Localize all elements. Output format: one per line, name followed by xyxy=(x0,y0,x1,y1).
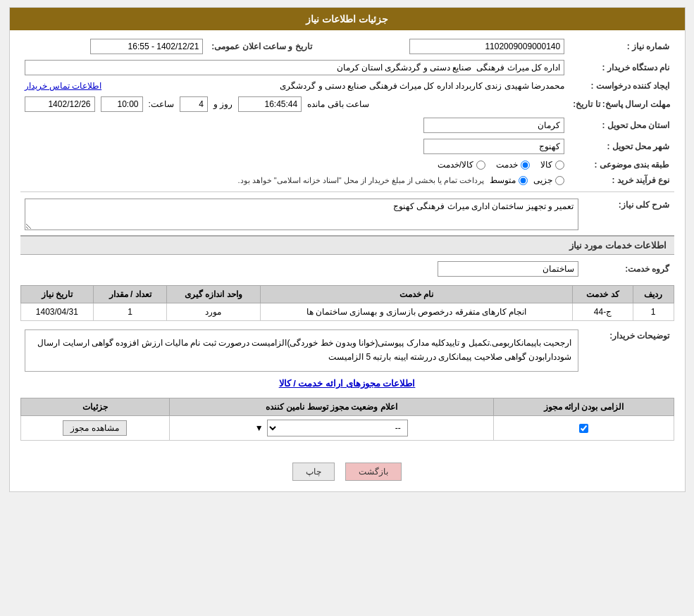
response-remaining-input[interactable] xyxy=(238,96,302,112)
col-code: کد خدمت xyxy=(573,286,633,303)
response-remaining-label: ساعت باقی مانده xyxy=(307,99,369,109)
date-value xyxy=(20,36,208,57)
response-time-label: ساعت: xyxy=(149,99,174,109)
list-item: -- ▼ مشاهده مجوز xyxy=(20,416,674,441)
response-days-label: روز و xyxy=(213,99,233,109)
col-date: تاریخ نیاز xyxy=(20,286,94,303)
process-motavaset-radio[interactable] xyxy=(519,176,528,185)
bottom-buttons: بازگشت چاپ xyxy=(10,452,685,491)
cell-qty: 1 xyxy=(94,303,167,321)
notes-box: ارجحیت باپیمانکاربومی.تکمیل و تاییدکلیه … xyxy=(25,329,578,372)
service-group-label: گروه خدمت: xyxy=(583,258,674,279)
city-value xyxy=(20,136,569,157)
response-deadline-row: ساعت باقی مانده روز و ساعت: xyxy=(20,94,569,115)
page-title: جزئیات اطلاعات نیاز xyxy=(306,13,388,25)
need-desc-value xyxy=(20,196,583,235)
info-table: شماره نیاز : تاریخ و ساعت اعلان عمومی: ن… xyxy=(20,36,674,188)
cell-unit: مورد xyxy=(166,303,260,321)
service-group-value xyxy=(20,258,583,279)
buyer-input[interactable] xyxy=(25,60,565,75)
permit-col-details: جزئیات xyxy=(20,398,169,416)
main-section: شماره نیاز : تاریخ و ساعت اعلان عمومی: ن… xyxy=(10,30,685,452)
creator-value: محمدرضا شهیدی زندی کاربرداد اداره کل میر… xyxy=(107,81,564,91)
cell-name: انجام کارهای متفرقه درخصوص بازسازی و بهس… xyxy=(260,303,573,321)
services-table: ردیف کد خدمت نام خدمت واحد اندازه گیری ت… xyxy=(20,285,674,321)
date-label: تاریخ و ساعت اعلان عمومی: xyxy=(207,36,316,57)
divider-1 xyxy=(20,191,674,192)
page-header: جزئیات اطلاعات نیاز xyxy=(10,8,685,30)
province-value xyxy=(20,115,569,136)
category-label: طبقه بندی موضوعی : xyxy=(569,157,674,172)
permit-status: -- ▼ xyxy=(169,416,493,441)
cell-date: 1403/04/31 xyxy=(20,303,94,321)
category-khedmat[interactable]: خدمت xyxy=(496,160,530,170)
category-row: کالا خدمت کالا/خدمت xyxy=(20,157,569,172)
category-kala-khedmat[interactable]: کالا/خدمت xyxy=(438,160,485,170)
contact-link[interactable]: اطلاعات تماس خریدار xyxy=(25,81,102,91)
need-desc-label: شرح کلی نیاز: xyxy=(583,196,674,235)
response-days-input[interactable] xyxy=(180,96,208,112)
process-label: نوع فرآیند خرید : xyxy=(569,172,674,188)
category-kala-khedmat-radio[interactable] xyxy=(476,161,485,170)
permit-col-required: الزامی بودن ارائه مجوز xyxy=(493,398,674,416)
notes-label: توضیحات خریدار: xyxy=(583,327,674,375)
city-input[interactable] xyxy=(423,139,564,154)
col-row: ردیف xyxy=(633,286,674,303)
province-input[interactable] xyxy=(423,118,564,133)
page-container: جزئیات اطلاعات نیاز شماره نیاز : تاریخ و… xyxy=(9,7,686,492)
category-kala[interactable]: کالا xyxy=(540,160,564,170)
need-number-value xyxy=(316,36,569,57)
need-desc-table: شرح کلی نیاز: xyxy=(20,196,674,235)
table-row: 1 ج-44 انجام کارهای متفرقه درخصوص بازساز… xyxy=(20,303,674,321)
category-khedmat-radio[interactable] xyxy=(521,161,530,170)
province-label: استان محل تحویل : xyxy=(569,115,674,136)
process-jazii-radio[interactable] xyxy=(555,176,564,185)
notes-table: توضیحات خریدار: ارجحیت باپیمانکاربومی.تک… xyxy=(20,327,674,375)
services-section-title: اطلاعات خدمات مورد نیاز xyxy=(20,235,674,255)
back-button[interactable]: بازگشت xyxy=(345,463,402,481)
need-number-label: شماره نیاز : xyxy=(569,36,674,57)
category-kala-radio[interactable] xyxy=(555,161,564,170)
service-group-input[interactable] xyxy=(438,261,578,277)
view-permit-button[interactable]: مشاهده مجوز xyxy=(63,420,126,436)
date-input[interactable] xyxy=(90,39,203,54)
response-time-input[interactable] xyxy=(101,96,143,112)
dropdown-icon: ▼ xyxy=(255,423,264,433)
cell-row: 1 xyxy=(633,303,674,321)
permits-section-link[interactable]: اطلاعات مجوزهای ارائه خدمت / کالا xyxy=(20,375,674,392)
permit-required xyxy=(493,416,674,441)
process-motavaset[interactable]: متوسط xyxy=(490,175,528,185)
permit-details: مشاهده مجوز xyxy=(20,416,169,441)
response-deadline-label: مهلت ارسال پاسخ: تا تاریخ: xyxy=(569,94,674,115)
response-date-input[interactable] xyxy=(25,96,95,112)
need-number-input[interactable] xyxy=(409,39,564,54)
buyer-value xyxy=(20,57,569,78)
print-button[interactable]: چاپ xyxy=(292,463,335,481)
permit-status-select[interactable]: -- xyxy=(267,420,408,436)
notes-value: ارجحیت باپیمانکاربومی.تکمیل و تاییدکلیه … xyxy=(20,327,583,375)
process-note: پرداخت تمام یا بخشی از مبلغ خریدار از مح… xyxy=(238,176,485,185)
permits-table: الزامی بودن ارائه مجوز اعلام وضعیت مجوز … xyxy=(20,398,674,441)
col-name: نام خدمت xyxy=(260,286,573,303)
city-label: شهر محل تحویل : xyxy=(569,136,674,157)
permit-required-checkbox[interactable] xyxy=(579,424,588,433)
col-unit: واحد اندازه گیری xyxy=(166,286,260,303)
need-desc-textarea[interactable] xyxy=(25,199,578,230)
creator-label: ایجاد کننده درخواست : xyxy=(569,78,674,94)
process-row: جزیی متوسط پرداخت تمام یا بخشی از مبلغ خ… xyxy=(20,172,569,188)
process-jazii[interactable]: جزیی xyxy=(533,175,564,185)
col-qty: تعداد / مقدار xyxy=(94,286,167,303)
buyer-label: نام دستگاه خریدار : xyxy=(569,57,674,78)
service-group-table: گروه خدمت: xyxy=(20,258,674,279)
cell-code: ج-44 xyxy=(573,303,633,321)
permit-col-status: اعلام وضعیت مجوز توسط نامین کننده xyxy=(169,398,493,416)
creator-row: محمدرضا شهیدی زندی کاربرداد اداره کل میر… xyxy=(20,78,569,94)
